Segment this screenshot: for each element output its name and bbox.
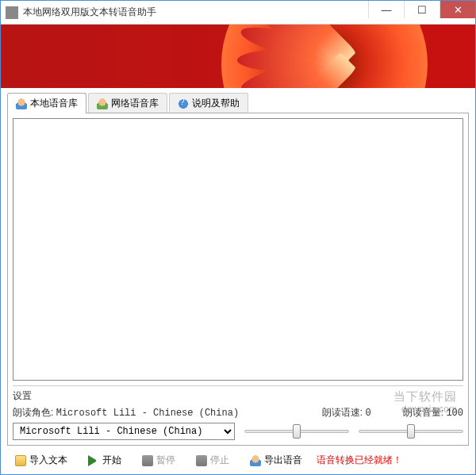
- voice-label-group: 朗读角色: Microsoft Lili - Chinese (China): [13, 406, 239, 419]
- button-label: 暂停: [156, 454, 175, 467]
- window-title: 本地网络双用版文本转语音助手: [23, 6, 368, 19]
- titlebar: 本地网络双用版文本转语音助手 — ☐ ✕: [1, 1, 475, 25]
- speed-slider[interactable]: [244, 430, 349, 433]
- button-label: 停止: [210, 454, 229, 467]
- slider-thumb[interactable]: [407, 424, 415, 439]
- voice-label: 朗读角色:: [13, 407, 53, 418]
- person-icon: [97, 98, 108, 109]
- volume-label-group: 朗读音量: 100: [403, 406, 463, 419]
- help-icon: [178, 98, 189, 109]
- speed-value: 0: [366, 408, 371, 419]
- play-icon: [88, 455, 99, 466]
- text-input[interactable]: [13, 119, 463, 380]
- volume-label: 朗读音量:: [403, 407, 443, 418]
- close-button[interactable]: ✕: [440, 1, 475, 18]
- import-text-button[interactable]: 导入文本: [9, 451, 74, 469]
- minimize-button[interactable]: —: [368, 1, 404, 18]
- bottom-toolbar: 导入文本 开始 暂停 停止 导出语音 语音转换已经就绪！: [1, 446, 475, 474]
- tab-bar: 本地语音库 网络语音库 说明及帮助: [1, 88, 475, 113]
- stop-button[interactable]: 停止: [190, 451, 236, 469]
- settings-labels-row: 朗读角色: Microsoft Lili - Chinese (China) 朗…: [13, 406, 463, 419]
- maximize-button[interactable]: ☐: [404, 1, 440, 18]
- start-button[interactable]: 开始: [82, 451, 128, 469]
- settings-title: 设置: [13, 389, 463, 403]
- tab-help[interactable]: 说明及帮助: [169, 93, 248, 113]
- tab-label: 网络语音库: [111, 97, 159, 110]
- tab-local-voice[interactable]: 本地语音库: [7, 93, 86, 113]
- export-audio-button[interactable]: 导出语音: [244, 451, 309, 469]
- pause-icon: [142, 455, 153, 466]
- speed-slider-wrap: [244, 430, 349, 433]
- settings-panel: 设置 朗读角色: Microsoft Lili - Chinese (China…: [13, 385, 463, 440]
- voice-select[interactable]: Microsoft Lili - Chinese (China): [13, 423, 235, 440]
- button-label: 导入文本: [29, 454, 67, 467]
- content-area: 设置 朗读角色: Microsoft Lili - Chinese (China…: [7, 113, 469, 446]
- settings-controls-row: Microsoft Lili - Chinese (China): [13, 423, 463, 440]
- pause-button[interactable]: 暂停: [136, 451, 182, 469]
- window-controls: — ☐ ✕: [368, 1, 475, 24]
- app-icon: [6, 6, 18, 19]
- folder-icon: [15, 455, 26, 466]
- speed-label: 朗读语速:: [322, 407, 363, 418]
- volume-slider[interactable]: [359, 430, 463, 433]
- tab-label: 说明及帮助: [192, 97, 240, 110]
- button-label: 开始: [102, 454, 121, 467]
- text-panel: [13, 118, 463, 381]
- app-window: 本地网络双用版文本转语音助手 — ☐ ✕ 本地语音库 网络语音库: [0, 0, 476, 475]
- export-icon: [250, 455, 261, 466]
- tab-network-voice[interactable]: 网络语音库: [88, 93, 167, 113]
- voice-value: Microsoft Lili - Chinese (China): [56, 408, 239, 419]
- volume-slider-wrap: [359, 430, 463, 433]
- slider-thumb[interactable]: [293, 424, 301, 439]
- status-text: 语音转换已经就绪！: [317, 454, 402, 467]
- person-icon: [16, 98, 27, 109]
- banner-image: [1, 25, 475, 88]
- speed-label-group: 朗读语速: 0: [322, 406, 371, 419]
- tab-label: 本地语音库: [30, 97, 78, 110]
- button-label: 导出语音: [264, 454, 302, 467]
- stop-icon: [196, 455, 207, 466]
- volume-value: 100: [446, 408, 463, 419]
